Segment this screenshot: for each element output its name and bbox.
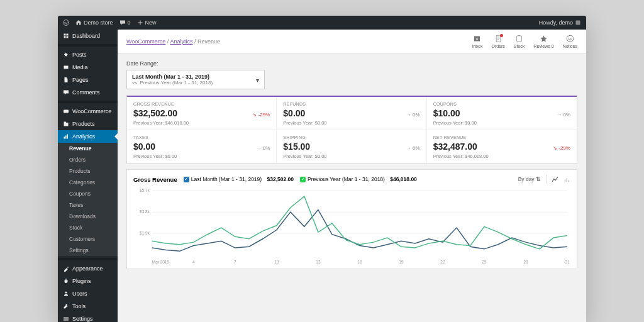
stat-card-net-revenue[interactable]: NET REVENUE$32,487.00↘ -29%Previous Year… <box>427 130 577 164</box>
new-link[interactable]: New <box>137 19 157 26</box>
sidebar-item-plugins[interactable]: Plugins <box>58 275 118 287</box>
page-topbar: WooCommerce / Analytics / Revenue InboxO… <box>118 30 586 54</box>
sidebar-item-woocommerce[interactable]: WooCommerce <box>58 105 118 118</box>
svg-point-6 <box>65 292 67 294</box>
sidebar-item-appearance[interactable]: Appearance <box>58 262 118 275</box>
date-range-label: Date Range: <box>126 60 577 67</box>
chart-panel: Gross Revenue ✓ Last Month (Mar 1 - 31, … <box>126 169 577 269</box>
topbar-inbox[interactable]: Inbox <box>472 35 482 48</box>
chart-plot: $1.9k$3.8k$5.7kMar 201947101316192225283… <box>133 187 570 266</box>
legend-previous[interactable]: ✓ Previous Year (Mar 1 - 31, 2018) $46,0… <box>300 176 417 182</box>
page-icon <box>63 77 69 83</box>
star-icon <box>540 35 548 43</box>
sidebar-item-media[interactable]: Media <box>58 61 118 74</box>
svg-text:10: 10 <box>274 260 279 264</box>
sidebar-item-analytics[interactable]: Analytics <box>58 130 118 143</box>
avatar-icon <box>575 19 581 26</box>
submenu-item-coupons[interactable]: Coupons <box>58 188 118 199</box>
admin-bar: Demo store 0 New Howdy, demo <box>58 16 586 30</box>
stat-card-taxes[interactable]: TAXES$0.00→ 0%Previous Year: $0.00 <box>127 130 277 164</box>
submenu-item-categories[interactable]: Categories <box>58 177 118 188</box>
plugin-icon <box>63 278 69 284</box>
legend-current[interactable]: ✓ Last Month (Mar 1 - 31, 2019) $32,502.… <box>184 176 294 182</box>
sidebar-item-tools[interactable]: Tools <box>58 300 118 313</box>
checkbox-icon: ✓ <box>184 177 189 182</box>
wp-logo-icon[interactable] <box>63 19 69 26</box>
sidebar-item-settings[interactable]: Settings <box>58 313 118 322</box>
stat-card-refunds[interactable]: REFUNDS$0.00→ 0%Previous Year: $0.00 <box>277 97 426 130</box>
sidebar-item-products[interactable]: Products <box>58 118 118 130</box>
users-icon <box>63 291 69 297</box>
svg-rect-9 <box>565 179 566 182</box>
svg-text:19: 19 <box>399 260 404 264</box>
breadcrumb-analytics[interactable]: Analytics <box>170 38 192 45</box>
line-chart-icon[interactable] <box>552 176 558 183</box>
howdy-link[interactable]: Howdy, demo <box>539 19 581 26</box>
site-link[interactable]: Demo store <box>75 19 113 26</box>
notices-icon <box>566 35 574 43</box>
breadcrumb: WooCommerce / Analytics / Revenue <box>126 38 220 45</box>
dashboard-icon <box>63 33 69 39</box>
checkbox-icon: ✓ <box>300 177 306 182</box>
sidebar-item-dashboard[interactable]: Dashboard <box>58 30 118 42</box>
content-area: WooCommerce / Analytics / Revenue InboxO… <box>118 30 586 322</box>
svg-text:13: 13 <box>316 260 321 264</box>
svg-rect-11 <box>568 180 569 182</box>
pin-icon <box>63 52 69 58</box>
svg-rect-7 <box>517 36 522 42</box>
sidebar-item-comments[interactable]: Comments <box>58 86 118 99</box>
bar-chart-icon[interactable] <box>564 176 570 183</box>
svg-text:4: 4 <box>192 260 195 264</box>
stat-card-gross-revenue[interactable]: GROSS REVENUE$32,502.00↘ -29%Previous Ye… <box>127 97 277 130</box>
svg-text:$1.9k: $1.9k <box>140 231 150 235</box>
submenu-item-stock[interactable]: Stock <box>58 222 118 233</box>
topbar-stock[interactable]: Stock <box>514 35 525 48</box>
submenu-item-revenue[interactable]: Revenue <box>58 143 118 154</box>
breadcrumb-woocommerce[interactable]: WooCommerce <box>126 38 165 45</box>
svg-text:7: 7 <box>234 260 236 264</box>
svg-text:$3.8k: $3.8k <box>140 209 150 214</box>
interval-dropdown[interactable]: By day ⇅ <box>518 176 541 182</box>
topbar-notices[interactable]: Notices <box>563 35 577 48</box>
date-range-dropdown[interactable]: Last Month (Mar 1 - 31, 2019) vs. Previo… <box>126 70 265 89</box>
products-icon <box>63 121 69 127</box>
appearance-icon <box>63 265 69 272</box>
submenu-item-settings[interactable]: Settings <box>58 245 118 256</box>
media-icon <box>63 64 69 70</box>
woo-icon <box>63 108 69 114</box>
comments-link[interactable]: 0 <box>119 19 131 26</box>
sidebar-item-users[interactable]: Users <box>58 287 118 300</box>
submenu-item-products[interactable]: Products <box>58 165 118 177</box>
analytics-icon <box>63 133 69 140</box>
svg-text:16: 16 <box>357 260 362 264</box>
stats-grid: GROSS REVENUE$32,502.00↘ -29%Previous Ye… <box>126 96 577 164</box>
comment-icon <box>63 89 69 96</box>
submenu-item-orders[interactable]: Orders <box>58 154 118 165</box>
svg-rect-2 <box>64 110 69 113</box>
svg-text:$5.7k: $5.7k <box>140 188 150 192</box>
stock-icon <box>515 35 523 43</box>
stat-card-shipping[interactable]: SHIPPING$15.00→ 0%Previous Year: $0.00 <box>277 130 426 164</box>
submenu-item-taxes[interactable]: Taxes <box>58 199 118 211</box>
sidebar-item-posts[interactable]: Posts <box>58 48 118 61</box>
sidebar-item-pages[interactable]: Pages <box>58 74 118 86</box>
submenu-item-downloads[interactable]: Downloads <box>58 211 118 222</box>
svg-rect-4 <box>65 136 67 139</box>
stat-card-coupons[interactable]: COUPONS$10.00→ 0%Previous Year: $0.00 <box>427 97 577 130</box>
svg-text:25: 25 <box>482 260 487 264</box>
orders-icon <box>494 35 502 43</box>
breadcrumb-current: Revenue <box>197 38 220 45</box>
svg-text:28: 28 <box>523 260 528 264</box>
tools-icon <box>63 303 69 309</box>
svg-text:31: 31 <box>565 260 570 264</box>
submenu-item-customers[interactable]: Customers <box>58 233 118 245</box>
topbar-orders[interactable]: Orders <box>491 35 504 48</box>
topbar-reviews[interactable]: Reviews 0 <box>533 35 553 48</box>
date-range-section: Date Range: Last Month (Mar 1 - 31, 2019… <box>118 54 586 96</box>
svg-text:22: 22 <box>440 260 445 264</box>
settings-icon <box>63 316 69 322</box>
chart-title: Gross Revenue <box>133 176 177 183</box>
svg-rect-1 <box>576 21 580 25</box>
svg-rect-5 <box>67 135 69 139</box>
svg-rect-3 <box>64 137 65 139</box>
